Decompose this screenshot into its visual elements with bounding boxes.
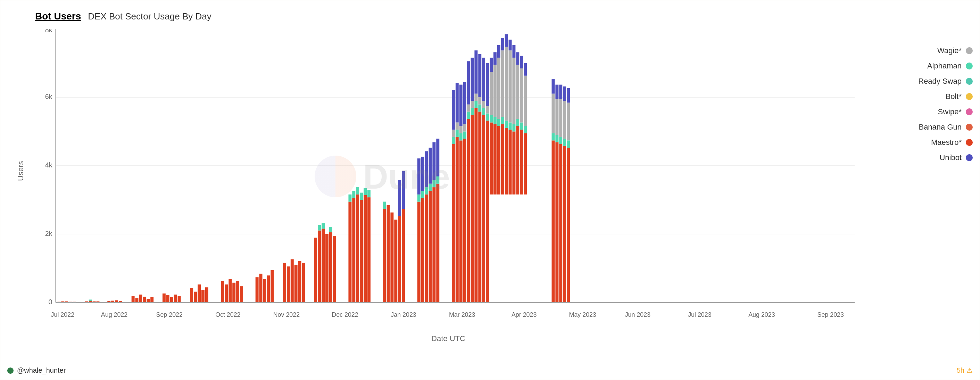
legend-dot-bananagun: [966, 124, 973, 130]
legend-label-swipe: Swipe*: [938, 107, 962, 116]
svg-rect-153: [482, 101, 485, 108]
svg-rect-142: [471, 58, 474, 101]
svg-rect-193: [520, 68, 523, 122]
y-axis-label: Users: [16, 161, 25, 181]
svg-rect-177: [505, 47, 508, 121]
svg-rect-61: [259, 274, 262, 302]
svg-rect-109: [425, 151, 428, 187]
svg-rect-179: [509, 130, 512, 194]
svg-text:6k: 6k: [45, 93, 53, 100]
svg-rect-181: [509, 50, 512, 122]
svg-rect-162: [490, 58, 493, 72]
svg-rect-77: [329, 232, 332, 302]
svg-rect-137: [467, 105, 470, 112]
svg-rect-65: [283, 263, 286, 302]
legend-label-bolt: Bolt*: [946, 92, 962, 101]
svg-rect-40: [139, 294, 142, 302]
svg-text:Dec 2022: Dec 2022: [332, 311, 358, 318]
svg-rect-155: [486, 121, 489, 302]
svg-rect-43: [150, 297, 153, 302]
svg-rect-151: [482, 115, 485, 302]
svg-rect-112: [428, 148, 432, 184]
legend-label-alphaman: Alphaman: [927, 62, 962, 70]
svg-rect-95: [390, 213, 393, 302]
legend-label-maestro: Maestro*: [931, 138, 962, 147]
user-avatar: [7, 367, 14, 374]
svg-rect-206: [555, 85, 558, 99]
legend-item-bolt: Bolt*: [869, 92, 973, 101]
svg-rect-86: [360, 200, 363, 302]
svg-rect-186: [512, 45, 515, 58]
legend-label-unibot: Unibot: [939, 153, 962, 162]
svg-rect-76: [325, 234, 329, 302]
svg-rect-194: [520, 56, 523, 68]
svg-rect-196: [524, 126, 527, 134]
svg-rect-212: [563, 138, 566, 146]
chart-title-sub: DEX Bot Sector Usage By Day: [88, 11, 211, 22]
svg-text:Aug 2023: Aug 2023: [748, 311, 775, 318]
svg-rect-215: [567, 148, 570, 302]
svg-rect-202: [552, 79, 555, 94]
svg-rect-73: [318, 225, 321, 231]
svg-rect-110: [428, 191, 432, 302]
svg-rect-90: [368, 197, 371, 302]
svg-rect-189: [516, 65, 519, 119]
svg-rect-188: [516, 119, 519, 126]
svg-rect-105: [421, 191, 424, 198]
svg-rect-64: [270, 270, 274, 302]
svg-rect-128: [460, 134, 463, 141]
svg-rect-99: [402, 209, 405, 302]
svg-rect-208: [559, 137, 562, 144]
svg-rect-120: [452, 137, 455, 144]
svg-rect-83: [352, 191, 355, 198]
svg-rect-60: [256, 277, 259, 302]
svg-text:Jun 2023: Jun 2023: [625, 311, 651, 318]
legend-label-bananagun: Banana Gun: [918, 122, 962, 132]
svg-rect-174: [501, 38, 504, 50]
svg-rect-119: [452, 144, 455, 302]
svg-rect-50: [194, 292, 197, 302]
svg-rect-101: [417, 202, 420, 302]
svg-rect-113: [432, 187, 436, 302]
svg-rect-117: [436, 176, 439, 184]
svg-rect-180: [509, 122, 512, 130]
svg-rect-147: [478, 111, 481, 302]
svg-text:Aug 2022: Aug 2022: [101, 311, 127, 318]
legend-dot-wagie: [966, 47, 973, 54]
svg-rect-93: [383, 202, 386, 209]
legend-dot-maestro: [966, 139, 973, 146]
svg-rect-69: [298, 261, 301, 302]
legend-label-readyswap: Ready Swap: [918, 77, 962, 86]
svg-rect-56: [229, 279, 232, 302]
svg-rect-143: [474, 108, 477, 302]
svg-rect-78: [329, 227, 332, 232]
svg-rect-81: [348, 194, 352, 202]
svg-rect-184: [512, 124, 515, 132]
svg-rect-170: [497, 45, 500, 58]
svg-rect-131: [463, 138, 466, 302]
legend-item-readyswap: Ready Swap: [869, 77, 973, 86]
svg-rect-210: [559, 85, 562, 99]
svg-rect-168: [497, 119, 500, 126]
svg-text:8k: 8k: [45, 29, 53, 34]
svg-rect-218: [567, 88, 570, 102]
svg-rect-49: [190, 288, 193, 302]
svg-text:Nov 2022: Nov 2022: [273, 311, 300, 318]
svg-rect-39: [135, 298, 138, 302]
svg-rect-122: [452, 90, 455, 130]
svg-rect-94: [387, 205, 390, 302]
legend-dot-unibot: [966, 154, 973, 161]
svg-rect-102: [417, 194, 420, 202]
svg-rect-126: [456, 83, 459, 122]
svg-rect-149: [478, 97, 481, 105]
svg-rect-57: [232, 283, 235, 302]
svg-text:Sep 2022: Sep 2022: [156, 311, 183, 318]
svg-rect-70: [302, 263, 305, 302]
svg-rect-59: [240, 286, 243, 302]
svg-rect-139: [471, 115, 474, 302]
svg-rect-178: [505, 34, 508, 47]
svg-rect-51: [197, 285, 201, 302]
footer-username: @whale_hunter: [17, 366, 66, 374]
svg-rect-203: [555, 142, 558, 302]
svg-rect-141: [471, 101, 474, 108]
